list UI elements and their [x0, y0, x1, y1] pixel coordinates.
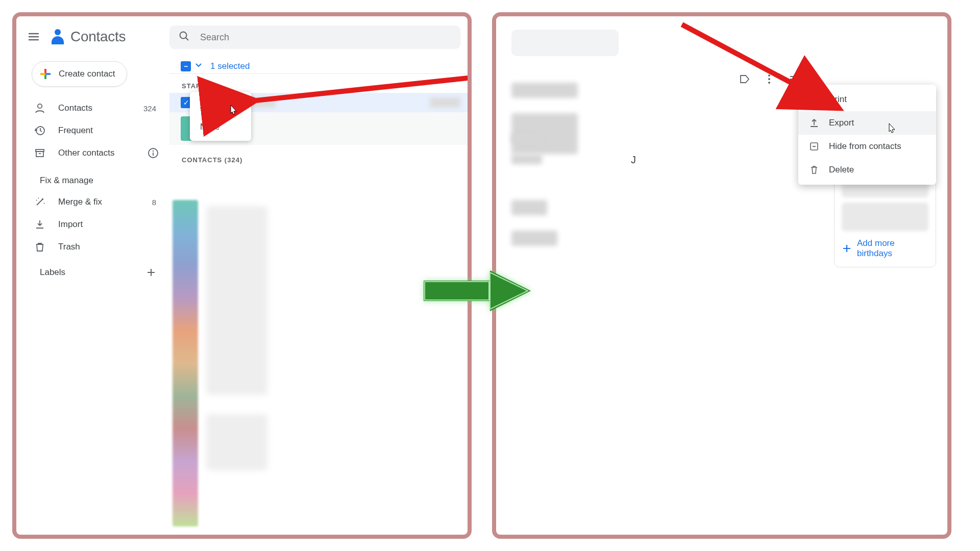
- contact-avatars-strip: [173, 200, 198, 527]
- fix-manage-heading: Fix & manage: [22, 164, 169, 191]
- left-step-panel: Contacts Create contact Contacts 324: [12, 12, 472, 539]
- right-step-panel: J Add more birthdays Print: [492, 12, 951, 539]
- history-icon: [34, 124, 46, 137]
- nav-merge-label: Merge & fix: [58, 197, 140, 207]
- search-input[interactable]: [199, 32, 451, 43]
- nav-contacts-count: 324: [143, 104, 159, 113]
- blurred-content: [511, 200, 547, 215]
- labels-heading-row: Labels: [22, 258, 169, 285]
- nav-merge-count: 8: [152, 198, 159, 207]
- svg-rect-3: [36, 152, 43, 157]
- svg-point-5: [153, 151, 154, 152]
- contact-initial: J: [631, 154, 636, 166]
- trash-icon: [34, 241, 46, 253]
- nav-trash[interactable]: Trash: [22, 236, 169, 258]
- nav-frequent[interactable]: Frequent: [22, 119, 169, 142]
- contacts-section-heading: CONTACTS (324): [169, 145, 468, 167]
- svg-line-15: [682, 24, 835, 106]
- create-contact-button[interactable]: Create contact: [32, 61, 127, 87]
- svg-rect-16: [424, 281, 490, 301]
- nav-other-label: Other contacts: [58, 148, 135, 158]
- sidebar: Contacts Create contact Contacts 324: [16, 16, 169, 535]
- select-dropdown-caret[interactable]: [195, 62, 202, 71]
- menu-hide-label: Hide from contacts: [829, 141, 901, 152]
- menu-icon[interactable]: [23, 27, 44, 47]
- nav-frequent-label: Frequent: [58, 126, 159, 136]
- delete-icon: [808, 164, 820, 176]
- blurred-card-row: [842, 203, 928, 231]
- nav-merge-fix[interactable]: Merge & fix 8: [22, 191, 169, 213]
- menu-delete[interactable]: Delete: [798, 158, 936, 182]
- app-logo: Contacts: [50, 29, 126, 45]
- person-icon: [34, 102, 46, 114]
- cursor-pointer-icon: [887, 122, 896, 134]
- add-birthday-button[interactable]: Add more birthdays: [842, 238, 928, 259]
- menu-hide[interactable]: Hide from contacts: [798, 135, 936, 158]
- nav-import-label: Import: [58, 219, 159, 230]
- create-contact-label: Create contact: [59, 69, 115, 79]
- hide-icon: [808, 141, 820, 152]
- add-label-button[interactable]: [144, 265, 158, 280]
- blurred-content: [511, 134, 542, 144]
- nav-trash-label: Trash: [58, 242, 159, 252]
- annotation-arrow-green: [419, 260, 541, 323]
- download-icon: [34, 218, 46, 231]
- svg-line-7: [251, 65, 472, 101]
- labels-heading: Labels: [40, 267, 65, 278]
- search-icon: [179, 31, 190, 44]
- nav: Contacts 324 Frequent Other contacts Fix…: [16, 97, 169, 285]
- svg-point-0: [38, 104, 42, 108]
- info-icon[interactable]: [147, 147, 159, 159]
- add-birthday-label: Add more birthdays: [857, 238, 928, 259]
- archive-icon: [34, 147, 46, 159]
- blurred-content: [511, 154, 542, 164]
- blurred-names-2: [206, 414, 267, 470]
- search-bar[interactable]: [169, 26, 460, 49]
- menu-delete-label: Delete: [829, 165, 854, 175]
- nav-contacts-label: Contacts: [58, 103, 131, 113]
- annotation-arrow-red: [236, 60, 472, 123]
- cursor-pointer-icon: [229, 104, 238, 115]
- search-bar-fragment: [511, 30, 619, 56]
- svg-point-6: [180, 32, 187, 39]
- nav-import[interactable]: Import: [22, 213, 169, 236]
- annotation-arrow-red: [672, 19, 855, 123]
- plus-icon: [39, 68, 52, 80]
- nav-other-contacts[interactable]: Other contacts: [22, 142, 169, 164]
- contacts-icon: [50, 29, 65, 44]
- app-title: Contacts: [70, 29, 126, 45]
- blurred-names: [206, 206, 267, 395]
- blurred-content: [511, 231, 557, 246]
- blurred-content: [511, 83, 578, 98]
- wand-icon: [34, 196, 46, 208]
- nav-contacts[interactable]: Contacts 324: [22, 97, 169, 119]
- select-checkbox-icon[interactable]: −: [181, 61, 191, 71]
